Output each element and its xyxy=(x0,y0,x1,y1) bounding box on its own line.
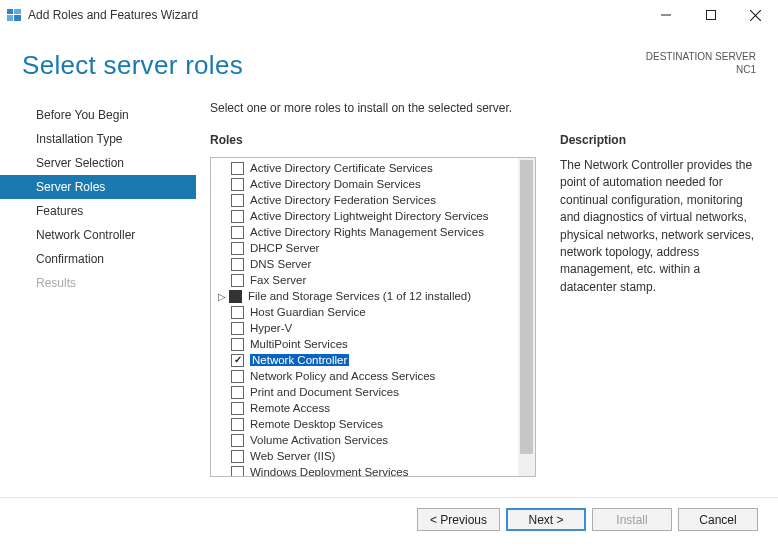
svg-rect-3 xyxy=(14,15,21,21)
previous-button[interactable]: < Previous xyxy=(417,508,500,531)
role-label: Remote Desktop Services xyxy=(250,418,383,430)
maximize-button[interactable] xyxy=(688,0,733,30)
role-row[interactable]: MultiPoint Services xyxy=(211,336,518,352)
nav-item-server-roles[interactable]: Server Roles xyxy=(0,175,196,199)
role-row[interactable]: Fax Server xyxy=(211,272,518,288)
role-row[interactable]: Network Policy and Access Services xyxy=(211,368,518,384)
role-checkbox[interactable] xyxy=(231,402,244,415)
role-checkbox[interactable] xyxy=(231,322,244,335)
svg-rect-1 xyxy=(14,9,21,14)
role-label: Print and Document Services xyxy=(250,386,399,398)
destination-label: DESTINATION SERVER xyxy=(646,50,756,63)
role-checkbox[interactable] xyxy=(231,338,244,351)
role-row[interactable]: Active Directory Certificate Services xyxy=(211,160,518,176)
role-row[interactable]: Web Server (IIS) xyxy=(211,448,518,464)
role-label: Network Controller xyxy=(250,354,349,366)
role-row[interactable]: Active Directory Rights Management Servi… xyxy=(211,224,518,240)
role-checkbox[interactable] xyxy=(231,226,244,239)
role-row[interactable]: DHCP Server xyxy=(211,240,518,256)
wizard-nav: Before You BeginInstallation TypeServer … xyxy=(0,97,196,495)
nav-item-features[interactable]: Features xyxy=(0,199,196,223)
role-label: Active Directory Lightweight Directory S… xyxy=(250,210,488,222)
role-label: File and Storage Services (1 of 12 insta… xyxy=(248,290,471,302)
role-checkbox[interactable] xyxy=(231,466,244,477)
role-row[interactable]: DNS Server xyxy=(211,256,518,272)
page-header: Select server roles DESTINATION SERVER N… xyxy=(0,30,778,97)
nav-item-results: Results xyxy=(0,271,196,295)
role-checkbox[interactable] xyxy=(231,210,244,223)
app-icon xyxy=(6,7,22,23)
role-label: Active Directory Domain Services xyxy=(250,178,421,190)
page-title: Select server roles xyxy=(22,50,243,81)
role-label: Active Directory Certificate Services xyxy=(250,162,433,174)
wizard-footer: < Previous Next > Install Cancel xyxy=(0,497,778,531)
role-checkbox[interactable] xyxy=(231,434,244,447)
role-row[interactable]: Network Controller xyxy=(211,352,518,368)
role-label: Fax Server xyxy=(250,274,306,286)
role-label: Remote Access xyxy=(250,402,330,414)
role-row[interactable]: Remote Desktop Services xyxy=(211,416,518,432)
role-label: Windows Deployment Services xyxy=(250,466,409,476)
role-checkbox[interactable] xyxy=(231,354,244,367)
role-checkbox[interactable] xyxy=(231,418,244,431)
role-row[interactable]: Active Directory Domain Services xyxy=(211,176,518,192)
role-checkbox[interactable] xyxy=(231,274,244,287)
install-button[interactable]: Install xyxy=(592,508,672,531)
minimize-button[interactable] xyxy=(643,0,688,30)
role-row[interactable]: Print and Document Services xyxy=(211,384,518,400)
description-text: The Network Controller provides the poin… xyxy=(560,157,758,296)
role-checkbox[interactable] xyxy=(231,258,244,271)
svg-rect-5 xyxy=(706,11,715,20)
role-row[interactable]: Active Directory Lightweight Directory S… xyxy=(211,208,518,224)
role-checkbox[interactable] xyxy=(231,162,244,175)
role-label: Web Server (IIS) xyxy=(250,450,335,462)
titlebar: Add Roles and Features Wizard xyxy=(0,0,778,30)
role-row[interactable]: Host Guardian Service xyxy=(211,304,518,320)
description-header: Description xyxy=(560,133,758,147)
scrollbar[interactable] xyxy=(518,158,535,476)
role-row[interactable]: Windows Deployment Services xyxy=(211,464,518,476)
nav-item-confirmation[interactable]: Confirmation xyxy=(0,247,196,271)
role-checkbox[interactable] xyxy=(231,450,244,463)
roles-listbox[interactable]: Active Directory Certificate ServicesAct… xyxy=(210,157,536,477)
destination-info: DESTINATION SERVER NC1 xyxy=(646,50,756,76)
destination-value: NC1 xyxy=(646,63,756,76)
role-checkbox[interactable] xyxy=(231,306,244,319)
nav-item-network-controller[interactable]: Network Controller xyxy=(0,223,196,247)
role-checkbox[interactable] xyxy=(231,242,244,255)
role-label: Active Directory Federation Services xyxy=(250,194,436,206)
role-label: Host Guardian Service xyxy=(250,306,366,318)
role-checkbox[interactable] xyxy=(231,194,244,207)
window-title: Add Roles and Features Wizard xyxy=(28,8,198,22)
role-checkbox[interactable] xyxy=(231,178,244,191)
svg-rect-0 xyxy=(7,9,13,14)
expand-icon[interactable]: ▷ xyxy=(217,291,227,302)
role-row[interactable]: Remote Access xyxy=(211,400,518,416)
close-button[interactable] xyxy=(733,0,778,30)
roles-header: Roles xyxy=(210,133,536,147)
role-checkbox[interactable] xyxy=(231,386,244,399)
role-label: Volume Activation Services xyxy=(250,434,388,446)
role-label: DHCP Server xyxy=(250,242,319,254)
role-label: Network Policy and Access Services xyxy=(250,370,435,382)
instruction-text: Select one or more roles to install on t… xyxy=(210,101,758,115)
nav-item-installation-type[interactable]: Installation Type xyxy=(0,127,196,151)
role-checkbox[interactable] xyxy=(231,370,244,383)
scrollbar-thumb[interactable] xyxy=(520,160,533,454)
next-button[interactable]: Next > xyxy=(506,508,586,531)
role-row[interactable]: Hyper-V xyxy=(211,320,518,336)
role-label: DNS Server xyxy=(250,258,311,270)
nav-item-server-selection[interactable]: Server Selection xyxy=(0,151,196,175)
role-checkbox[interactable] xyxy=(229,290,242,303)
role-row[interactable]: Volume Activation Services xyxy=(211,432,518,448)
role-label: Hyper-V xyxy=(250,322,292,334)
nav-item-before-you-begin[interactable]: Before You Begin xyxy=(0,103,196,127)
cancel-button[interactable]: Cancel xyxy=(678,508,758,531)
role-row[interactable]: Active Directory Federation Services xyxy=(211,192,518,208)
role-label: MultiPoint Services xyxy=(250,338,348,350)
role-label: Active Directory Rights Management Servi… xyxy=(250,226,484,238)
svg-rect-2 xyxy=(7,15,13,21)
role-row[interactable]: ▷File and Storage Services (1 of 12 inst… xyxy=(211,288,518,304)
